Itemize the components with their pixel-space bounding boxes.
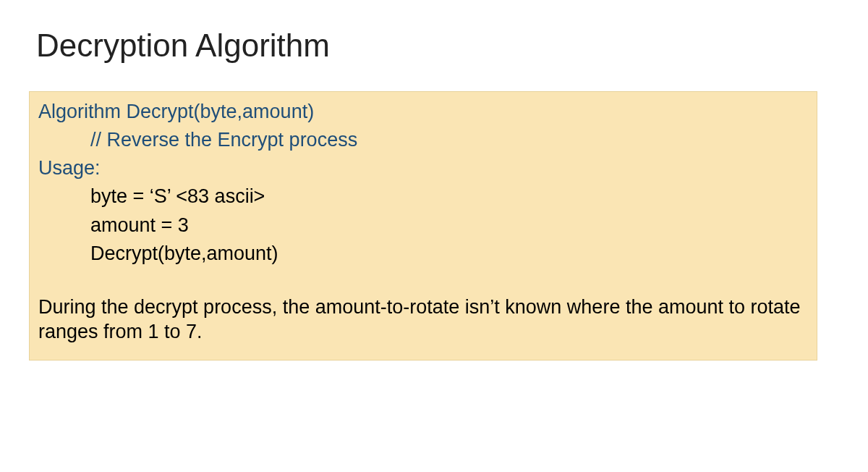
explanation-paragraph: During the decrypt process, the amount-t… [38,295,808,345]
content-box: Algorithm Decrypt(byte,amount) // Revers… [29,91,817,361]
usage-label: Usage: [38,154,808,182]
slide: Decryption Algorithm Algorithm Decrypt(b… [0,0,868,361]
usage-amount-line: amount = 3 [38,211,808,240]
slide-title: Decryption Algorithm [36,28,832,64]
spacer [38,268,808,290]
usage-byte-line: byte = ‘S’ <83 ascii> [38,182,808,211]
algorithm-signature: Algorithm Decrypt(byte,amount) [38,98,808,126]
usage-call-line: Decrypt(byte,amount) [38,240,808,268]
algorithm-comment: // Reverse the Encrypt process [38,126,808,154]
